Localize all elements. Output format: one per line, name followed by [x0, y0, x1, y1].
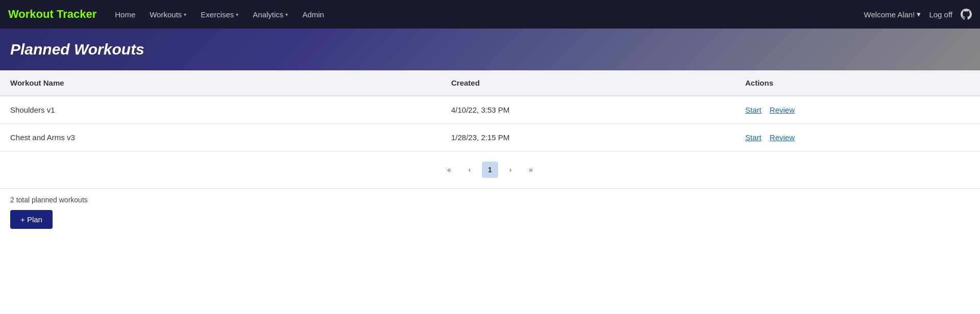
nav-admin[interactable]: Admin — [296, 6, 330, 23]
review-button-0[interactable]: Review — [770, 106, 795, 114]
nav-workouts[interactable]: Workouts ▾ — [143, 6, 192, 23]
review-button-1[interactable]: Review — [770, 133, 795, 142]
workout-name-cell: Shoulders v1 — [0, 96, 441, 124]
col-header-name: Workout Name — [0, 70, 441, 96]
workouts-chevron-icon: ▾ — [184, 12, 186, 17]
col-header-created: Created — [441, 70, 735, 96]
table-header: Workout Name Created Actions — [0, 70, 980, 96]
table-row: Chest and Arms v3 1/28/23, 2:15 PM Start… — [0, 124, 980, 151]
nav-exercises[interactable]: Exercises ▾ — [194, 6, 244, 23]
navbar: Workout Tracker Home Workouts ▾ Exercise… — [0, 0, 980, 29]
logoff-button[interactable]: Log off — [929, 10, 952, 19]
page-next-button[interactable]: › — [502, 162, 519, 178]
nav-right: Welcome Alan! ▾ Log off — [864, 9, 972, 20]
col-header-actions: Actions — [735, 70, 980, 96]
user-chevron-icon: ▾ — [917, 10, 921, 19]
exercises-chevron-icon: ▾ — [236, 12, 238, 17]
table-body: Shoulders v1 4/10/22, 3:53 PM Start Revi… — [0, 96, 980, 151]
nav-analytics[interactable]: Analytics ▾ — [247, 6, 294, 23]
analytics-chevron-icon: ▾ — [285, 12, 288, 17]
table-footer: 2 total planned workouts + Plan — [0, 189, 980, 233]
workout-actions-cell: Start Review — [735, 96, 980, 124]
page-header: Planned Workouts — [0, 29, 980, 70]
workouts-table: Workout Name Created Actions Shoulders v… — [0, 70, 980, 151]
pagination: « ‹ 1 › » — [0, 151, 980, 189]
total-label: 2 total planned workouts — [10, 196, 970, 204]
start-button-1[interactable]: Start — [745, 133, 762, 142]
page-last-button[interactable]: » — [523, 162, 539, 178]
welcome-user[interactable]: Welcome Alan! ▾ — [864, 10, 921, 19]
nav-links: Home Workouts ▾ Exercises ▾ Analytics ▾ … — [109, 6, 864, 23]
workout-created-cell: 4/10/22, 3:53 PM — [441, 96, 735, 124]
main-content: Workout Name Created Actions Shoulders v… — [0, 70, 980, 233]
workout-created-cell: 1/28/23, 2:15 PM — [441, 124, 735, 151]
page-first-button[interactable]: « — [441, 162, 457, 178]
github-link[interactable] — [961, 9, 972, 20]
table-row: Shoulders v1 4/10/22, 3:53 PM Start Revi… — [0, 96, 980, 124]
page-title: Planned Workouts — [10, 41, 970, 58]
workout-actions-cell: Start Review — [735, 124, 980, 151]
page-prev-button[interactable]: ‹ — [461, 162, 478, 178]
workout-name-cell: Chest and Arms v3 — [0, 124, 441, 151]
nav-home[interactable]: Home — [109, 6, 141, 23]
page-current-button[interactable]: 1 — [482, 162, 498, 178]
app-brand[interactable]: Workout Tracker — [8, 8, 96, 21]
plan-button[interactable]: + Plan — [10, 210, 53, 229]
github-icon — [961, 9, 972, 20]
start-button-0[interactable]: Start — [745, 106, 762, 114]
